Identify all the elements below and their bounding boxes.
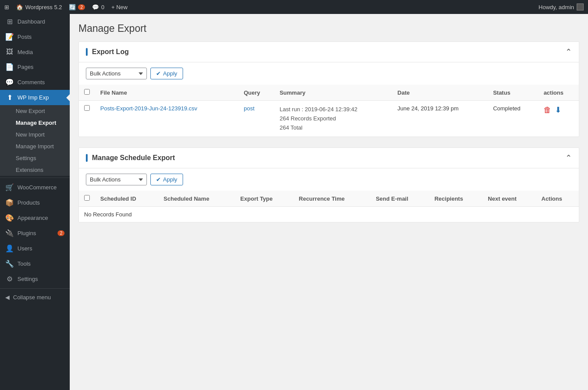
manage-schedule-collapse-btn[interactable]: ⌃ [565,153,572,163]
comments-count: 0 [101,4,104,10]
export-log-apply-btn[interactable]: ✔ Apply [150,68,183,79]
file-name-link[interactable]: Posts-Export-2019-Jun-24-123919.csv [100,105,197,112]
sidebar-item-woocommerce[interactable]: 🛒 WooCommerce [0,180,70,195]
home-icon: 🏠 [16,4,23,10]
submenu-new-import[interactable]: New Import [0,129,70,140]
manage-schedule-toolbar: Bulk Actions ✔ Apply [79,168,579,191]
manage-schedule-apply-btn[interactable]: ✔ Apply [150,174,183,185]
sidebar-item-wpimp[interactable]: ⬆ WP Imp Exp [0,90,70,105]
sidebar: ⊞ Dashboard 📝 Posts 🖼 Media 📄 Pages 💬 Co… [0,14,70,390]
manage-schedule-title-section: Manage Schedule Export [86,154,175,162]
posts-icon: 📝 [5,33,14,41]
menu-arrow [66,94,70,101]
col-file-name: File Name [95,85,238,101]
summary-line2: 264 Records Exported [279,114,387,123]
col-query: Query [238,85,274,101]
row-checkbox-cell [79,101,95,137]
woocommerce-icon: 🛒 [5,183,14,192]
col-scheduled-name: Scheduled Name [158,191,235,207]
col-scheduled-id: Scheduled ID [95,191,158,207]
summary-line3: 264 Total [279,123,387,133]
col-recurrence-time: Recurrence Time [294,191,371,207]
export-log-collapse-btn[interactable]: ⌃ [565,47,572,57]
sidebar-item-users[interactable]: 👤 Users [0,241,70,256]
export-log-header: Export Log ⌃ [79,42,579,62]
sidebar-item-label: WP Imp Exp [17,94,49,101]
sidebar-item-posts[interactable]: 📝 Posts [0,29,70,44]
updates-badge: 2 [78,4,85,10]
col-actions: actions [538,85,579,101]
collapse-icon: ◀ [5,294,10,301]
sidebar-item-tools[interactable]: 🔧 Tools [0,256,70,271]
table-row: Posts-Export-2019-Jun-24-123919.csv post… [79,101,579,137]
sidebar-item-appearance[interactable]: 🎨 Appearance [0,210,70,226]
page-title: Manage Export [78,23,579,34]
apply-label: Apply [163,70,177,77]
plugins-badge: 2 [58,230,65,236]
wpimp-submenu: New Export Manage Export New Import Mana… [0,105,70,176]
appearance-icon: 🎨 [5,214,14,222]
sidebar-item-dashboard[interactable]: ⊞ Dashboard [0,14,70,29]
file-name-cell: Posts-Export-2019-Jun-24-123919.csv [95,101,238,137]
sidebar-item-settings[interactable]: ⚙ Settings [0,271,70,287]
site-name-bar[interactable]: 🏠 Wordpress 5.2 [16,4,62,10]
status-text: Completed [493,105,520,112]
submenu-settings[interactable]: Settings [0,152,70,164]
sidebar-item-label: Pages [17,64,34,70]
sidebar-item-products[interactable]: 📦 Products [0,195,70,210]
main-content: Manage Export Export Log ⌃ Bulk Actions … [70,14,588,390]
col-checkbox-2 [79,191,95,207]
manage-schedule-card: Manage Schedule Export ⌃ Bulk Actions ✔ … [78,147,579,222]
menu-separator [0,178,70,178]
sidebar-item-label: Comments [17,79,45,86]
table-row-empty: No Records Found [79,207,579,222]
select-all-schedule[interactable] [84,195,90,201]
blue-bar [86,48,88,56]
avatar [577,3,584,10]
delete-btn[interactable]: 🗑 [544,106,551,115]
sidebar-item-pages[interactable]: 📄 Pages [0,59,70,75]
download-btn[interactable]: ⬇ [555,105,561,115]
submenu-extensions[interactable]: Extensions [0,164,70,176]
sidebar-item-label: Users [17,245,32,252]
summary-text: Last run : 2019-06-24 12:39:42 264 Recor… [279,105,387,132]
query-link[interactable]: post [244,105,255,112]
dashboard-icon: ⊞ [5,17,14,26]
manage-schedule-bulk-select[interactable]: Bulk Actions [86,174,147,185]
sidebar-item-media[interactable]: 🖼 Media [0,44,70,59]
col-date: Date [392,85,488,101]
plugins-icon: 🔌 [5,229,14,237]
sidebar-item-label: Plugins [17,230,36,236]
new-bar[interactable]: + New [112,4,128,10]
comments-icon: 💬 [92,4,99,10]
export-log-card: Export Log ⌃ Bulk Actions ✔ Apply File N… [78,41,579,137]
collapse-menu[interactable]: ◀ Collapse menu [0,291,70,304]
submenu-manage-export[interactable]: Manage Export [0,117,70,129]
new-label: + New [112,4,128,10]
actions-cell: 🗑 ⬇ [538,101,579,137]
submenu-new-export[interactable]: New Export [0,105,70,117]
sidebar-item-label: Media [17,49,33,55]
date-text: June 24, 2019 12:39 pm [398,105,459,112]
sidebar-item-plugins[interactable]: 🔌 Plugins 2 [0,226,70,241]
sidebar-item-label: Tools [17,260,31,267]
site-name-text: Wordpress 5.2 [25,4,62,10]
checkmark-icon: ✔ [156,70,161,77]
apply-label-2: Apply [163,176,177,183]
wp-logo-icon: ⊞ [4,4,9,10]
submenu-manage-import[interactable]: Manage Import [0,140,70,152]
manage-schedule-title: Manage Schedule Export [92,154,175,162]
export-log-bulk-select[interactable]: Bulk Actions [86,68,147,79]
summary-cell: Last run : 2019-06-24 12:39:42 264 Recor… [274,101,392,137]
updates-bar[interactable]: 🔄 2 [69,4,85,10]
select-all-export[interactable] [84,89,90,95]
col-export-type: Export Type [235,191,293,207]
settings-icon: ⚙ [5,275,14,283]
row-checkbox[interactable] [84,105,90,111]
comments-bar[interactable]: 💬 0 [92,4,104,10]
pages-icon: 📄 [5,63,14,71]
collapse-label: Collapse menu [13,294,51,301]
wp-logo[interactable]: ⊞ [4,4,9,10]
sidebar-item-comments[interactable]: 💬 Comments [0,75,70,90]
howdy-text: Howdy, admin [539,4,574,10]
